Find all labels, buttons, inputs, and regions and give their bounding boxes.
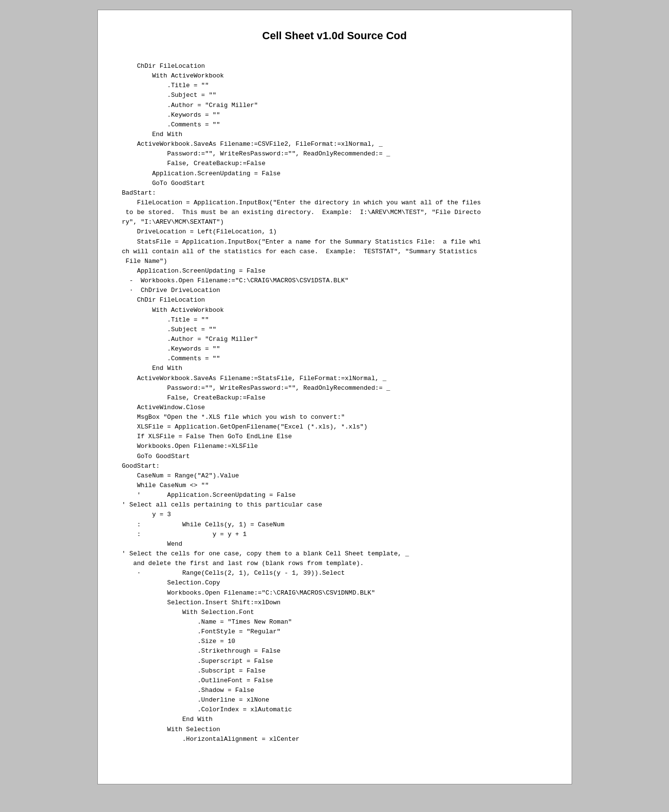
page-title: Cell Sheet v1.0d Source Cod <box>122 30 547 42</box>
code-block: ChDir FileLocation With ActiveWorkbook .… <box>122 61 547 744</box>
page-container: Cell Sheet v1.0d Source Cod ChDir FileLo… <box>97 10 572 784</box>
